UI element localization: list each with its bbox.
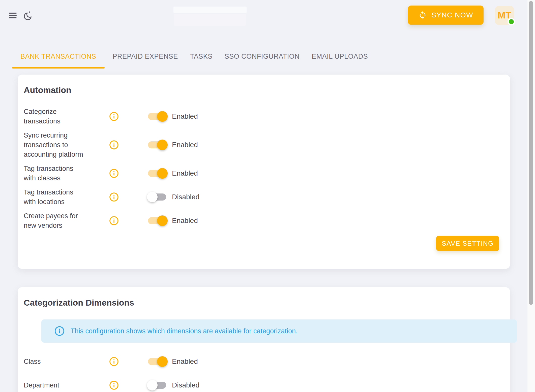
sync-icon	[418, 11, 427, 19]
toggle-switch[interactable]	[148, 382, 166, 389]
save-row: SAVE SETTING	[24, 236, 499, 251]
toggle-state-label: Enabled	[172, 112, 198, 120]
setting-label: Sync recurring transactions to accountin…	[24, 130, 84, 159]
scrollbar-track[interactable]	[527, 0, 535, 392]
setting-label: Tag transactions with classes	[24, 164, 84, 183]
setting-row: Categorize transactions Enabled	[24, 107, 499, 126]
user-avatar[interactable]: MT	[495, 6, 514, 25]
info-icon[interactable]	[109, 112, 118, 121]
tab-sso-configuration[interactable]: SSO CONFIGURATION	[221, 52, 304, 69]
sync-now-button[interactable]: SYNC NOW	[408, 6, 484, 25]
tab-email-uploads[interactable]: EMAIL UPLOADS	[308, 52, 372, 69]
tab-prepaid-expense[interactable]: PREPAID EXPENSE	[109, 52, 182, 69]
banner-info-icon	[54, 326, 65, 336]
toggle-state-label: Enabled	[172, 217, 198, 225]
scrollbar-thumb[interactable]	[529, 1, 533, 305]
online-status-dot	[508, 18, 515, 25]
toggle-state-label: Disabled	[172, 193, 199, 201]
automation-card: Automation Categorize transactions Enabl…	[18, 75, 510, 269]
toggle-state-label: Enabled	[172, 357, 198, 366]
dark-mode-moon-icon[interactable]	[22, 11, 33, 22]
setting-label: Department	[24, 380, 84, 390]
banner-text: This configuration shows which dimension…	[71, 327, 298, 335]
setting-row: Class Enabled	[24, 357, 499, 366]
settings-tab-bar: BANK TRANSACTIONSPREPAID EXPENSETASKSSSO…	[12, 52, 372, 69]
categorization-title: Categorization Dimensions	[24, 297, 499, 308]
info-icon[interactable]	[109, 357, 118, 366]
setting-label: Tag transactions with locations	[24, 187, 84, 207]
info-icon[interactable]	[109, 216, 118, 225]
setting-label: Class	[24, 357, 84, 366]
info-banner: This configuration shows which dimension…	[41, 319, 517, 343]
setting-row: Department Disabled	[24, 380, 499, 390]
categorization-dimensions-card: Categorization Dimensions This configura…	[18, 287, 510, 392]
toggle-switch[interactable]	[148, 170, 166, 177]
menu-icon[interactable]	[9, 13, 17, 18]
tab-tasks[interactable]: TASKS	[186, 52, 217, 69]
sync-now-label: SYNC NOW	[431, 11, 473, 19]
info-icon[interactable]	[109, 169, 118, 178]
setting-label: Create payees for new vendors	[24, 211, 84, 230]
setting-row: Create payees for new vendors Enabled	[24, 211, 499, 230]
toggle-switch[interactable]	[148, 141, 166, 148]
save-setting-button[interactable]: SAVE SETTING	[436, 236, 499, 251]
info-icon[interactable]	[109, 381, 118, 390]
blurred-logo-watermark-2	[174, 14, 246, 26]
setting-row: Tag transactions with classes Enabled	[24, 164, 499, 183]
toggle-state-label: Enabled	[172, 169, 198, 177]
automation-title: Automation	[24, 84, 499, 96]
setting-label: Categorize transactions	[24, 107, 84, 126]
toggle-switch[interactable]	[148, 217, 166, 224]
toggle-switch[interactable]	[148, 193, 166, 201]
blurred-logo-watermark	[173, 7, 247, 13]
automation-rows: Categorize transactions Enabled Sync rec…	[24, 107, 499, 230]
toggle-state-label: Disabled	[172, 381, 199, 389]
info-icon[interactable]	[109, 192, 118, 202]
dimension-rows: Class Enabled Department Disabled	[24, 357, 499, 390]
setting-row: Tag transactions with locations Disabled	[24, 187, 499, 207]
toggle-switch[interactable]	[148, 358, 166, 365]
tab-bank-transactions[interactable]: BANK TRANSACTIONS	[12, 52, 105, 69]
setting-row: Sync recurring transactions to accountin…	[24, 130, 499, 159]
toggle-switch[interactable]	[148, 113, 166, 120]
toggle-state-label: Enabled	[172, 141, 198, 149]
info-icon[interactable]	[109, 140, 118, 149]
